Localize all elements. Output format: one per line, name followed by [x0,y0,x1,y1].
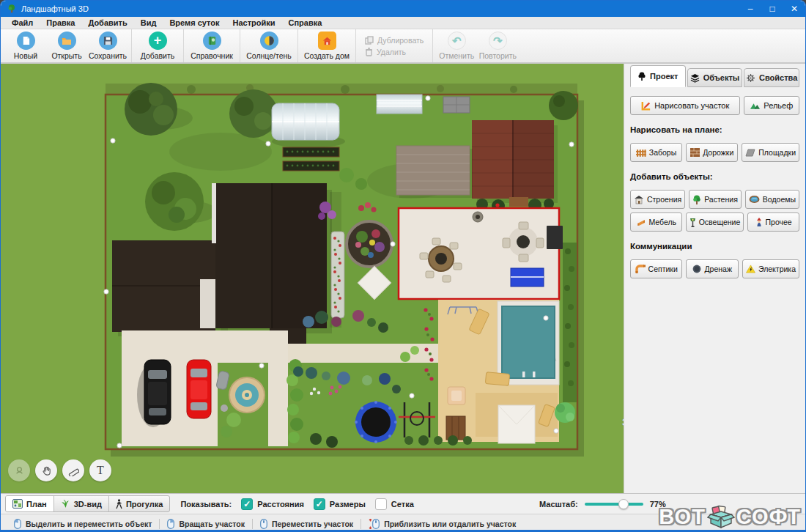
other-button[interactable]: Прочее [747,213,799,232]
canvas-tools: T [8,459,111,481]
add-button[interactable]: + Добавить [135,29,180,62]
sun-shadow-button[interactable]: Солнце/тень [243,29,295,62]
furniture-button[interactable]: Мебель [630,213,682,232]
trampoline[interactable] [355,401,397,443]
open-button[interactable]: Открыть [46,29,87,62]
relief-mountain-icon [750,101,761,110]
tab-properties[interactable]: Свойства [744,68,799,87]
sizes-checkbox[interactable]: ✓ [314,498,325,510]
title-bar: Ландшафтный 3D – □ ✕ [1,1,805,17]
watermark-text-right: СОФТ [736,505,801,529]
draw-plot-icon [640,100,651,111]
wooden-box[interactable] [446,416,465,440]
draw-plot-button[interactable]: Нарисовать участок [630,96,740,115]
flower-bed-circle[interactable] [347,221,392,267]
right-hedge[interactable] [563,243,577,402]
menu-file[interactable]: Файл [5,18,40,27]
garden-plan-drawing [1,64,624,493]
menu-add[interactable]: Добавить [81,18,133,27]
save-button[interactable]: Сохранить [87,29,128,62]
distances-checkbox-wrap[interactable]: ✓ Расстояния [241,498,304,510]
tile-icon [745,149,755,157]
tab-project[interactable]: Проект [630,65,686,87]
fences-button[interactable]: Заборы [630,143,682,162]
view-3d-button[interactable]: 3D-вид [54,496,109,511]
scale-slider[interactable] [585,503,643,506]
walking-person-icon [116,499,122,509]
electric-button[interactable]: Электрика [742,259,799,278]
tab-objects[interactable]: Объекты [687,68,743,87]
white-canopy[interactable] [498,405,535,443]
ponds-button[interactable]: Водоемы [745,190,799,209]
grill[interactable] [547,226,563,249]
fence-icon [636,148,646,157]
menu-view[interactable]: Вид [134,18,163,27]
greenhouse[interactable] [272,103,345,148]
delete-button[interactable]: Удалить [365,48,424,56]
create-house-button[interactable]: Создать дом [301,29,352,62]
pool[interactable] [498,301,559,385]
relief-button[interactable]: Рельеф [744,96,799,115]
toolbar-sun-group: Солнце/тень [240,29,298,62]
mouse-right-icon [167,519,174,529]
sand-area[interactable] [424,300,559,443]
redo-button[interactable]: ↷ Повторить [477,29,518,62]
tree[interactable] [549,91,578,120]
right-panel: Проект Объекты Свойства Нарисовать участ… [624,64,805,493]
drainage-button[interactable]: Дренаж [686,259,739,278]
barn[interactable] [472,120,558,213]
section-draw-on-plan: Нарисовать на плане: [630,125,799,134]
sizes-checkbox-wrap[interactable]: ✓ Размеры [314,498,366,510]
septic-button[interactable]: Септики [630,259,683,278]
mouse-middle-icon [260,519,267,529]
view-plan-button[interactable]: План [6,496,54,511]
shed[interactable] [396,146,473,198]
greenhouse-small[interactable] [377,95,422,114]
measure-tool-button[interactable] [62,459,84,481]
lighting-button[interactable]: Освещение [686,213,744,232]
distances-checkbox[interactable]: ✓ [241,498,253,510]
new-button[interactable]: Новый [5,29,46,62]
section-add-objects: Добавить объекты: [630,172,799,181]
garden-plan-canvas[interactable]: T З [1,64,624,493]
menu-daytime[interactable]: Время суток [163,18,226,27]
maximize-button[interactable]: □ [761,1,783,17]
menu-edit[interactable]: Правка [40,18,81,27]
plant-tree-icon [692,195,701,204]
car-red[interactable] [187,360,211,418]
fountain[interactable] [229,377,265,413]
menu-bar: Файл Правка Добавить Вид Время суток Нас… [1,17,805,29]
toolbar: Новый Открыть Сохранить + Добавить [1,29,805,64]
reference-button[interactable]: Справочник [187,29,237,62]
plus-icon: + [149,32,167,50]
areas-button[interactable]: Площадки [742,143,799,162]
menu-settings[interactable]: Настройки [226,18,281,27]
plants-button[interactable]: Растения [689,190,742,209]
toolbar-dup-del-group: Дублировать Удалить [356,29,433,62]
plan-view-icon [12,499,23,509]
paths-button[interactable]: Дорожки [686,143,738,162]
app-tree-icon [7,4,17,14]
minimize-button[interactable]: – [739,1,761,17]
paved-tile[interactable] [443,97,470,113]
duplicate-button[interactable]: Дублировать [365,36,424,45]
layers-icon [690,73,700,83]
select-tool-button[interactable] [8,459,30,481]
grid-checkbox-wrap[interactable]: Сетка [375,498,414,510]
panel-tabs: Проект Объекты Свойства [630,65,799,87]
buildings-button[interactable]: Строения [630,190,685,209]
hint-move-plot: Переместить участок [253,519,361,529]
hand-icon [41,465,52,476]
section-communications: Коммуникации [630,242,799,251]
grid-checkbox[interactable] [375,498,387,510]
toolbar-add-group: + Добавить [132,29,184,62]
view-walk-button[interactable]: Прогулка [109,496,170,511]
flower-strip[interactable] [331,232,344,318]
menu-help[interactable]: Справка [282,18,329,27]
pan-tool-button[interactable] [35,459,57,481]
close-button[interactable]: ✕ [783,1,805,17]
undo-button[interactable]: ↶ Отменить [436,29,477,62]
text-tool-button[interactable]: T [89,459,111,481]
scale-slider-thumb[interactable] [618,499,629,509]
patio-selected[interactable] [399,208,563,299]
